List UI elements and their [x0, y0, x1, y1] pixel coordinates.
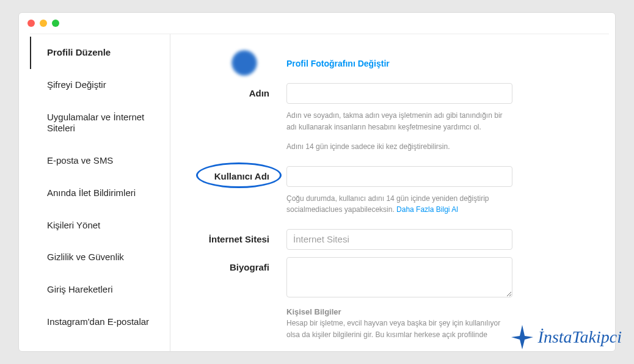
- edit-profile-panel: Profil Fotoğrafını Değiştir Adın Adın ve…: [170, 34, 609, 351]
- sidebar-item-edit-profile[interactable]: Profili Düzenle: [30, 37, 170, 69]
- username-more-info-link[interactable]: Daha Fazla Bilgi Al: [396, 205, 458, 214]
- bio-row: Biyografi: [183, 257, 585, 300]
- change-profile-photo-link[interactable]: Profil Fotoğrafını Değiştir: [286, 50, 512, 68]
- website-row: İnternet Sitesi: [183, 229, 585, 250]
- browser-window: Profili Düzenle Şifreyi Değiştir Uygulam…: [18, 12, 616, 352]
- personal-info-row: Kişisel Bilgiler Hesap bir işletme, evci…: [183, 307, 585, 340]
- window-maximize-button[interactable]: [52, 20, 59, 27]
- sidebar-item-email-sms[interactable]: E-posta ve SMS: [30, 145, 170, 177]
- profile-avatar[interactable]: [231, 50, 257, 76]
- settings-sidebar: Profili Düzenle Şifreyi Değiştir Uygulam…: [30, 34, 170, 351]
- personal-info-heading: Kişisel Bilgiler: [286, 307, 512, 316]
- sidebar-item-login-activity[interactable]: Giriş Hareketleri: [30, 274, 170, 306]
- sidebar-item-change-password[interactable]: Şifreyi Değiştir: [30, 69, 170, 101]
- content-area: Profili Düzenle Şifreyi Değiştir Uygulam…: [30, 34, 609, 351]
- username-input[interactable]: [286, 166, 512, 187]
- name-input[interactable]: [286, 83, 512, 104]
- username-hint: Çoğu durumda, kullanıcı adını 14 gün içi…: [286, 193, 512, 216]
- name-hint-1: Adın ve soyadın, takma adın veya işletme…: [286, 110, 512, 133]
- avatar-row: Profil Fotoğrafını Değiştir: [183, 50, 585, 76]
- window-minimize-button[interactable]: [40, 20, 47, 27]
- name-hint-2: Adını 14 gün içinde sadece iki kez değiş…: [286, 141, 512, 153]
- window-close-button[interactable]: [27, 20, 35, 27]
- sidebar-item-apps-websites[interactable]: Uygulamalar ve İnternet Siteleri: [30, 101, 170, 145]
- personal-info-hint: Hesap bir işletme, evcil hayvan veya baş…: [286, 318, 512, 340]
- sidebar-item-emails-from-instagram[interactable]: Instagram'dan E-postalar: [30, 306, 170, 338]
- name-row: Adın Adın ve soyadın, takma adın veya iş…: [183, 83, 585, 153]
- titlebar: [19, 13, 615, 34]
- sidebar-item-privacy-security[interactable]: Gizlilik ve Güvenlik: [30, 241, 170, 274]
- website-label: İnternet Sitesi: [183, 229, 286, 244]
- bio-textarea[interactable]: [286, 257, 512, 297]
- username-label: Kullanıcı Adı: [183, 166, 286, 181]
- website-input[interactable]: [286, 229, 512, 250]
- sidebar-item-push-notifications[interactable]: Anında İlet Bildirimleri: [30, 177, 170, 209]
- name-label: Adın: [183, 83, 286, 98]
- sidebar-item-manage-contacts[interactable]: Kişileri Yönet: [30, 209, 170, 242]
- bio-label: Biyografi: [183, 257, 286, 272]
- username-row: Kullanıcı Adı Çoğu durumda, kullanıcı ad…: [183, 166, 585, 216]
